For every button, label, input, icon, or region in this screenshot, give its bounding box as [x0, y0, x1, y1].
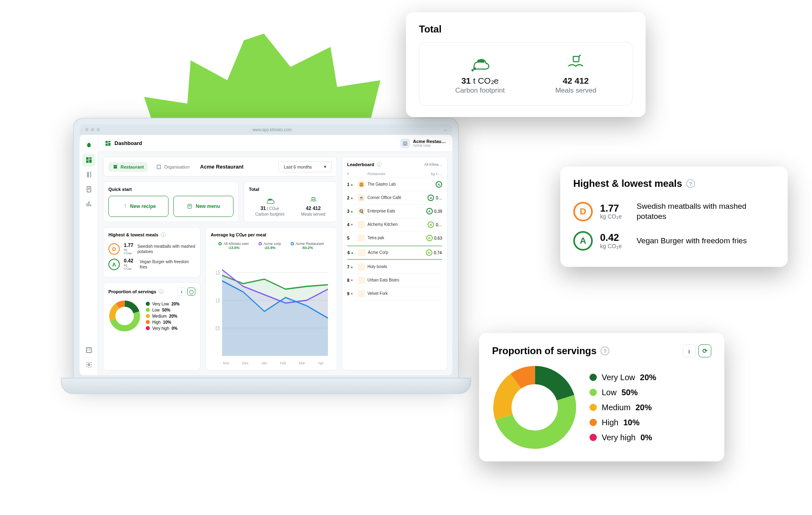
total-card-mini: Total CO₂ 31 t CO₂e Carbon footprint — [244, 182, 337, 222]
menu-icon — [187, 203, 192, 209]
laptop-mockup: www.app.klimato.com ⌕ Da — [61, 118, 471, 410]
info-icon[interactable]: i — [377, 162, 382, 167]
info-icon[interactable]: i — [159, 289, 164, 294]
legend-item: Very Low 20% — [146, 302, 179, 306]
grade-badge-d: D — [108, 243, 120, 255]
svg-point-25 — [474, 68, 475, 69]
avg-co2-chart-card: Average kg CO₂e per meal All Klimato use… — [205, 227, 337, 370]
dashboard-icon — [105, 140, 111, 147]
grade-badge-a: A — [573, 231, 593, 251]
meal-served-icon — [308, 196, 319, 205]
view-bars-toggle[interactable]: ⫾ — [683, 344, 696, 357]
chart-legend-item: Acme corp-22.8% — [259, 242, 281, 250]
grade-badge-a: A — [108, 259, 120, 270]
tab-restaurant[interactable]: Restaurant — [108, 162, 148, 172]
nav-reports[interactable] — [82, 197, 95, 210]
nav-menus[interactable] — [82, 183, 95, 196]
co2-cloud-icon: CO₂ — [469, 53, 491, 72]
svg-rect-3 — [86, 160, 89, 163]
proportion-donut-large — [492, 365, 577, 450]
nav-organisation[interactable] — [82, 344, 95, 357]
org-sub: Acme corp — [413, 144, 446, 148]
info-icon[interactable]: ? — [600, 346, 609, 355]
leaderboard-row[interactable]: 1 ▲🍔The Gastro LabA — [347, 178, 442, 191]
leaderboard-filter[interactable]: All Klima… — [424, 162, 442, 167]
new-menu-button[interactable]: New menu — [173, 196, 233, 217]
view-bars-toggle[interactable]: ⫾ — [177, 288, 186, 296]
leaderboard-row[interactable]: 4 ▼Alchemy KitchenB 0… — [347, 218, 442, 232]
legend-item: Medium 20% — [146, 314, 179, 318]
svg-text:0.5: 0.5 — [216, 325, 220, 331]
chevron-down-icon: ▾ — [324, 164, 326, 169]
chart-legend-item: Acme Restaurant-50.2% — [291, 242, 324, 250]
legend-item: High 10% — [590, 418, 656, 427]
sidebar — [80, 135, 98, 375]
legend-item: Very high 0% — [590, 433, 656, 442]
svg-rect-11 — [157, 165, 160, 169]
context-bar: Restaurant Organisation Acme Restaurant … — [103, 157, 337, 177]
svg-text:1.5: 1.5 — [216, 270, 220, 276]
svg-point-6 — [88, 364, 90, 366]
popout-proportion-card: Proportion of servings? ⫾ ⟳ Very Low 20%… — [479, 333, 724, 461]
leaderboard-row[interactable]: 5 Tetra pakB 0.63 — [347, 232, 442, 245]
grade-badge-d: D — [573, 202, 593, 221]
proportion-donut — [108, 300, 141, 332]
leaderboard-card: LeaderboardiAll Klima… #Restaurantkg C… … — [342, 157, 447, 370]
svg-rect-0 — [86, 157, 89, 160]
tab-organisation[interactable]: Organisation — [152, 162, 193, 172]
leaderboard-row[interactable]: 8 ▼Urban Eats Bistro — [347, 274, 442, 287]
meal-served-icon — [564, 53, 587, 72]
leaderboard-row[interactable]: 9 ▼Velvet Fork — [347, 287, 442, 301]
svg-rect-7 — [106, 141, 108, 143]
page-title: Dashboard — [105, 140, 142, 147]
popout-highest-lowest-card: Highest & lowest meals? D 1.77kg CO₂e Sw… — [560, 167, 788, 267]
org-switcher[interactable]: 🏢 Acme Restau… Acme corp — [401, 139, 446, 148]
browser-url: www.app.klimato.com — [102, 128, 442, 132]
leaderboard-row[interactable]: 3 ▲🍳Enterprise EatsA 0.39 — [347, 205, 442, 218]
svg-rect-2 — [89, 160, 91, 163]
svg-text:CO₂: CO₂ — [478, 59, 484, 63]
svg-rect-1 — [89, 157, 91, 159]
svg-text:1.0: 1.0 — [216, 297, 220, 303]
leaderboard-row[interactable]: 7 ▲Holy bowls — [347, 260, 442, 274]
legend-item: Low 50% — [590, 388, 656, 397]
legend-item: High 10% — [146, 320, 179, 325]
leaderboard-row[interactable]: 6 ▲Acme CorpB 0.74 — [347, 246, 442, 260]
restaurant-name: Acme Restaurant — [200, 164, 244, 170]
legend-item: Very Low 20% — [590, 373, 656, 382]
svg-rect-5 — [86, 348, 91, 353]
search-icon: ⌕ — [444, 128, 447, 132]
org-name: Acme Restau… — [413, 139, 446, 144]
svg-text:CO₂: CO₂ — [268, 199, 272, 201]
legend-item: Medium 20% — [590, 403, 656, 412]
svg-rect-8 — [108, 141, 110, 142]
nav-dashboard[interactable] — [82, 154, 95, 167]
svg-rect-14 — [312, 198, 315, 200]
info-icon[interactable]: i — [161, 232, 166, 237]
date-range-dropdown[interactable]: Last 6 months ▾ — [279, 161, 332, 172]
popout-total-card: Total CO₂ 31 t CO₂e Carbon footprint 42 … — [406, 12, 646, 117]
nav-settings[interactable] — [82, 358, 95, 371]
new-recipe-button[interactable]: New recipe — [108, 196, 168, 217]
topbar: Dashboard 🏢 Acme Restau… Acme corp — [98, 135, 452, 152]
svg-point-26 — [472, 70, 473, 71]
building-icon — [156, 164, 162, 170]
legend-item: Very high 0% — [146, 326, 179, 331]
svg-rect-10 — [106, 143, 108, 145]
proportion-card-mini: Proportion of servingsi ⫾ ◯ Very Lo — [103, 282, 201, 370]
quick-start-card: Quick start New recipe New menu — [103, 182, 239, 222]
fork-knife-icon — [121, 203, 127, 209]
chart-legend-item: All Klimato user-13.5% — [218, 242, 249, 250]
view-donut-toggle[interactable]: ◯ — [187, 288, 195, 296]
browser-chrome: www.app.klimato.com ⌕ — [80, 124, 452, 135]
logo-icon — [82, 139, 95, 152]
co2-cloud-icon: CO₂ — [265, 196, 275, 205]
view-donut-toggle[interactable]: ⟳ — [698, 344, 711, 357]
info-icon[interactable]: ? — [686, 179, 695, 188]
nav-recipes[interactable] — [82, 168, 95, 181]
highest-lowest-card-mini: Highest & lowest mealsi D 1.77kg CO₂e Sw… — [103, 227, 201, 277]
svg-rect-9 — [108, 143, 110, 145]
org-avatar-icon: 🏢 — [401, 139, 410, 148]
store-icon — [112, 164, 118, 170]
leaderboard-row[interactable]: 2 ▲☕Corner Office CaféA 0… — [347, 191, 442, 205]
